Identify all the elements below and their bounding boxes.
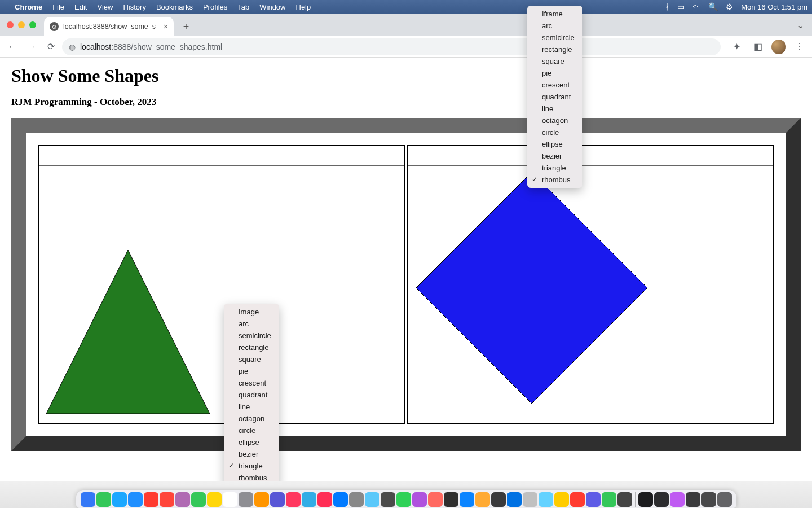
menu-file[interactable]: File [52,3,64,11]
tab-close-icon[interactable]: × [164,22,168,31]
chrome-menu-icon[interactable]: ⋮ [792,39,807,55]
dock-app-6[interactable] [175,492,190,507]
dock-app-21[interactable] [412,492,427,507]
dock-app-27[interactable] [507,492,522,507]
dock-app-29[interactable] [539,492,553,507]
shape-option-triangle[interactable]: triangle [224,460,279,472]
shape-option-image[interactable]: Image [224,306,279,318]
shape-option-line[interactable]: line [224,401,279,413]
dock-app-26[interactable] [491,492,506,507]
shape-option-arc[interactable]: arc [527,20,582,32]
dock-app-25[interactable] [475,492,490,507]
shape-option-ellipse[interactable]: ellipse [527,138,582,150]
dock-app-19[interactable] [381,492,395,507]
dock-app-35[interactable] [638,492,653,507]
address-bar[interactable]: ◍ localhost:8888/show_some_shapes.html [62,38,721,55]
shape-option-arc[interactable]: arc [224,318,279,330]
dock-app-28[interactable] [523,492,537,507]
bluetooth-icon[interactable]: ᚼ [665,2,669,11]
wifi-icon[interactable]: ᯤ [692,2,700,11]
shape-option-quadrant[interactable]: quadrant [527,91,582,103]
dock-app-2[interactable] [112,492,127,507]
extensions-icon[interactable]: ✦ [729,39,744,55]
shape-option-ellipse[interactable]: ellipse [224,436,279,448]
dock-app-24[interactable] [460,492,474,507]
menubar-clock[interactable]: Mon 16 Oct 1:51 pm [741,3,807,11]
window-minimize-button[interactable] [18,21,25,28]
shape-option-rhombus[interactable]: rhombus [527,174,582,186]
dock-app-1[interactable] [96,492,111,507]
control-center-icon[interactable]: ⚙ [726,2,733,11]
dock-app-8[interactable] [207,492,222,507]
menu-tab[interactable]: Tab [237,3,249,11]
sidepanel-icon[interactable]: ◧ [750,39,766,55]
dock-app-31[interactable] [570,492,585,507]
dock-app-38[interactable] [686,492,700,507]
dock-app-33[interactable] [602,492,616,507]
dock-app-20[interactable] [396,492,411,507]
window-zoom-button[interactable] [29,21,36,28]
site-info-icon[interactable]: ◍ [69,42,76,51]
shape-option-triangle[interactable]: triangle [527,162,582,174]
dock-app-10[interactable] [239,492,253,507]
profile-avatar[interactable] [771,40,786,54]
dock-app-23[interactable] [444,492,458,507]
dock-app-4[interactable] [144,492,158,507]
right-panel-header[interactable] [408,146,773,166]
shape-option-semicircle[interactable]: semicircle [527,32,582,43]
dock-app-18[interactable] [365,492,379,507]
shape-option-circle[interactable]: circle [527,126,582,138]
spotlight-icon[interactable]: 🔍 [708,2,718,11]
shape-option-crescent[interactable]: crescent [527,79,582,91]
shape-option-rhombus[interactable]: rhombus [224,472,279,481]
shape-option-bezier[interactable]: bezier [527,150,582,162]
right-shape-select-popup[interactable]: Iframearcsemicirclerectanglesquarepiecre… [527,6,582,188]
menu-edit[interactable]: Edit [74,3,87,11]
dock-app-5[interactable] [160,492,174,507]
browser-tab[interactable]: ⊙ localhost:8888/show_some_s × [44,17,174,36]
shape-option-crescent[interactable]: crescent [224,377,279,389]
dock-app-16[interactable] [333,492,348,507]
dock-app-0[interactable] [81,492,95,507]
menu-profiles[interactable]: Profiles [203,3,227,11]
menu-window[interactable]: Window [259,3,285,11]
shape-option-line[interactable]: line [527,103,582,115]
shape-option-square[interactable]: square [527,55,582,67]
tabs-dropdown-icon[interactable]: ⌄ [797,20,804,30]
shape-option-square[interactable]: square [224,353,279,365]
shape-option-octagon[interactable]: octagon [224,413,279,424]
dock-app-37[interactable] [670,492,685,507]
new-tab-button[interactable]: + [178,19,194,34]
dock-app-3[interactable] [128,492,143,507]
dock-app-30[interactable] [554,492,569,507]
dock-app-11[interactable] [254,492,269,507]
shape-option-rectangle[interactable]: rectangle [224,341,279,353]
menu-view[interactable]: View [97,3,113,11]
dock-app-22[interactable] [428,492,443,507]
window-close-button[interactable] [7,21,14,28]
dock-app-36[interactable] [654,492,669,507]
shape-option-octagon[interactable]: octagon [527,115,582,126]
back-button[interactable]: ← [5,39,20,55]
dock-app-34[interactable] [617,492,632,507]
shape-option-bezier[interactable]: bezier [224,448,279,460]
reload-button[interactable]: ⟳ [43,39,59,55]
battery-icon[interactable]: ▭ [677,2,685,11]
shape-option-pie[interactable]: pie [527,67,582,79]
shape-option-iframe[interactable]: Iframe [527,8,582,20]
dock-app-39[interactable] [701,492,716,507]
dock-app-12[interactable] [270,492,285,507]
shape-option-rectangle[interactable]: rectangle [527,43,582,55]
left-panel-header[interactable] [39,146,404,166]
shape-option-pie[interactable]: pie [224,365,279,377]
shape-option-circle[interactable]: circle [224,424,279,436]
dock-app-15[interactable] [317,492,332,507]
shape-option-quadrant[interactable]: quadrant [224,389,279,401]
dock-app-9[interactable] [223,492,237,507]
left-shape-select-popup[interactable]: Imagearcsemicirclerectanglesquarepiecres… [224,304,279,481]
menu-help[interactable]: Help [296,3,311,11]
dock-app-7[interactable] [191,492,206,507]
dock-app-13[interactable] [286,492,301,507]
shape-option-semicircle[interactable]: semicircle [224,330,279,341]
dock-app-32[interactable] [586,492,601,507]
